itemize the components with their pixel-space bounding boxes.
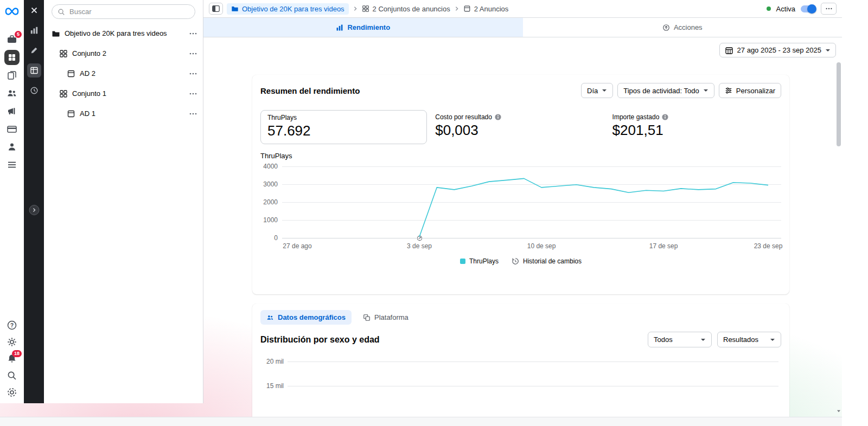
horizontal-scrollbar[interactable] — [0, 417, 842, 426]
metric-thruplays[interactable]: ThruPlays 57.692 — [260, 110, 427, 144]
billing-card-icon[interactable] — [7, 124, 17, 134]
chevron-down-icon — [602, 88, 607, 93]
metric-label: Importe gastado — [612, 113, 660, 121]
more-options-icon[interactable] — [189, 69, 197, 78]
history-clock-icon[interactable] — [28, 85, 40, 96]
analytics-bars-icon[interactable] — [28, 24, 40, 36]
customize-button[interactable]: Personalizar — [719, 83, 781, 98]
y-tick-label: 15 mil — [259, 382, 284, 390]
granularity-dropdown[interactable]: Día — [581, 83, 613, 98]
vertical-scrollbar[interactable] — [836, 58, 841, 408]
metric-value: $201,51 — [612, 122, 781, 139]
view-tabs: Rendimiento Acciones — [203, 18, 842, 37]
more-options-icon[interactable] — [189, 109, 197, 118]
x-tick-label: 3 de sep — [407, 242, 432, 250]
settings-gear-icon[interactable] — [7, 337, 17, 347]
calendar-icon — [725, 46, 733, 55]
ads-megaphone-icon[interactable] — [7, 106, 17, 117]
more-actions-button[interactable] — [821, 3, 837, 15]
info-icon[interactable] — [662, 114, 668, 120]
pages-docs-icon[interactable] — [7, 70, 17, 81]
more-options-icon[interactable] — [189, 29, 197, 38]
activity-filter-dropdown[interactable]: Tipos de actividad: Todo — [617, 83, 714, 98]
gridline — [288, 386, 778, 386]
y-tick-label: 2000 — [263, 198, 278, 206]
legend-label: ThruPlays — [469, 257, 499, 265]
all-tools-menu-icon[interactable] — [7, 159, 17, 170]
tree-item-adset[interactable]: Conjunto 2 — [44, 43, 203, 63]
search-input[interactable] — [69, 8, 189, 16]
more-options-icon[interactable] — [189, 49, 197, 58]
campaigns-grid-icon[interactable] — [4, 50, 20, 65]
info-icon[interactable] — [495, 114, 501, 120]
y-tick-label: 4000 — [263, 163, 278, 170]
tab-platform[interactable]: Plataforma — [357, 310, 414, 325]
tab-performance[interactable]: Rendimiento — [203, 18, 523, 37]
x-tick-label: 27 de ago — [283, 242, 311, 250]
expand-panel-chevron-icon[interactable] — [29, 205, 39, 215]
granularity-label: Día — [587, 87, 598, 95]
scrollbar-thumb[interactable] — [837, 62, 841, 146]
chart-title: ThruPlays — [260, 152, 781, 160]
legend-thruplays[interactable]: ThruPlays — [460, 257, 499, 265]
right-gutter — [842, 0, 868, 426]
tab-actions[interactable]: Acciones — [523, 18, 843, 37]
metric-cost-per-result[interactable]: Costo por resultado $0,003 — [435, 110, 604, 139]
history-clock-icon — [512, 257, 519, 265]
metric-value: 57.692 — [267, 122, 420, 139]
tree-item-ad[interactable]: AD 2 — [44, 63, 203, 83]
metric-filter-dropdown[interactable]: Resultados — [717, 332, 781, 347]
tab-demographics[interactable]: Datos demográficos — [260, 310, 352, 325]
chevron-down-icon — [770, 337, 775, 343]
y-tick-label: 0 — [274, 234, 278, 242]
metric-value: $0,003 — [435, 122, 604, 139]
chart-bars-icon — [336, 24, 343, 31]
legend-label: Historial de cambios — [523, 257, 582, 265]
filter-value: Resultados — [723, 335, 758, 344]
breadcrumb-adsets[interactable]: 2 Conjuntos de anuncios — [362, 5, 450, 13]
edit-pencil-icon[interactable] — [28, 44, 40, 56]
close-icon[interactable] — [28, 4, 40, 16]
campaign-tree-panel: Objetivo de 20K para tres videos Conjunt… — [44, 0, 203, 403]
tree-item-ad[interactable]: AD 1 — [44, 104, 203, 124]
breadcrumb-label: 2 Conjuntos de anuncios — [373, 5, 450, 13]
tree-item-adset[interactable]: Conjunto 1 — [44, 83, 203, 104]
search-icon[interactable] — [7, 370, 17, 381]
arrow-up-circle-icon — [662, 24, 670, 31]
search-icon — [58, 8, 65, 16]
tree-item-campaign[interactable]: Objetivo de 20K para tres videos — [44, 23, 203, 43]
tree-search-box[interactable] — [52, 4, 195, 19]
ads-manager-app: 5 ? — [0, 0, 868, 426]
tab-label: Datos demográficos — [278, 313, 346, 321]
y-tick-label: 3000 — [263, 180, 278, 188]
date-range-label: 27 ago 2025 - 23 sep 2025 — [737, 46, 821, 54]
date-range-button[interactable]: 27 ago 2025 - 23 sep 2025 — [719, 43, 836, 57]
briefcase-icon[interactable]: 5 — [7, 34, 17, 45]
help-icon[interactable]: ? — [7, 320, 17, 331]
scrollbar-down-arrow[interactable] — [835, 408, 843, 415]
legend-change-history[interactable]: Historial de cambios — [512, 257, 582, 265]
breadcrumb-campaign[interactable]: Objetivo de 20K para tres videos — [227, 3, 349, 15]
table-view-icon[interactable] — [27, 63, 41, 78]
ad-frame-icon — [67, 69, 75, 78]
notifications-bell-icon[interactable]: 18 — [7, 353, 17, 364]
breadcrumb-label: Objetivo de 20K para tres videos — [242, 5, 344, 13]
business-settings-icon[interactable] — [7, 387, 17, 398]
chevron-down-icon — [825, 48, 831, 53]
legend-swatch — [460, 259, 465, 264]
thruplays-plot: 40003000200010000 — [282, 166, 781, 238]
gender-filter-dropdown[interactable]: Todos — [648, 332, 712, 347]
more-options-icon[interactable] — [189, 89, 197, 98]
notifications-badge: 18 — [12, 350, 22, 357]
meta-logo-icon[interactable] — [5, 7, 19, 16]
breadcrumb-ads[interactable]: 2 Anuncios — [463, 5, 509, 13]
thruplays-x-labels: 27 de ago3 de sep10 de sep17 de sep23 de… — [282, 241, 781, 251]
y-tick-label: 20 mil — [259, 358, 284, 365]
y-tick-label: 1000 — [263, 216, 278, 224]
metric-amount-spent[interactable]: Importe gastado $201,51 — [612, 110, 781, 139]
audiences-people-icon[interactable] — [7, 88, 17, 99]
account-person-icon[interactable] — [7, 141, 17, 152]
svg-text:?: ? — [10, 322, 14, 328]
campaign-active-toggle[interactable] — [801, 5, 815, 12]
panel-toggle-button[interactable] — [209, 3, 223, 15]
